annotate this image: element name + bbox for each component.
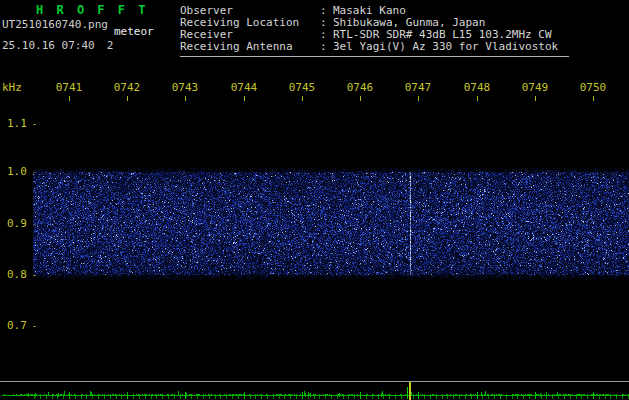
y-tick-label: 0.9 <box>7 218 27 230</box>
signal-level-strip-canvas <box>0 381 629 400</box>
info-value: 3el Yagi(V) Az 330 for Vladivostok <box>333 40 558 53</box>
info-row-antenna: Receiving Antenna:3el Yagi(V) Az 330 for… <box>180 41 558 53</box>
x-tick-label: 0743 <box>172 82 199 94</box>
date-time-value: 25.10.16 07:40 <box>2 39 95 52</box>
app-title: H R O F F T <box>36 4 148 16</box>
y-tick-label: 0.8 <box>7 269 27 281</box>
x-tick-label: 0744 <box>231 82 258 94</box>
station-info-block: Observer:Masaki Kano Receiving Location:… <box>180 5 558 53</box>
x-tick-label: 0745 <box>289 82 316 94</box>
spectrogram-canvas <box>33 96 629 381</box>
info-label: Receiving Antenna <box>180 41 320 53</box>
hrofft-screen: H R O F F T UT2510160740.png meteor 25.1… <box>0 0 629 400</box>
observation-mode-label: meteor <box>114 26 154 38</box>
x-tick-label: 0747 <box>405 82 432 94</box>
x-tick-label: 0748 <box>464 82 491 94</box>
info-colon: : <box>320 41 333 53</box>
output-filename: UT2510160740.png <box>2 19 108 31</box>
y-tick-label: 0.7 <box>7 320 27 332</box>
x-tick-label: 0746 <box>347 82 374 94</box>
x-tick-label: 0750 <box>580 82 607 94</box>
info-underline <box>180 56 569 57</box>
freq-axis-unit-label: kHz <box>2 82 22 94</box>
echo-counter: 2 <box>107 39 114 52</box>
x-tick-label: 0749 <box>522 82 549 94</box>
x-tick-label: 0741 <box>56 82 83 94</box>
x-tick-label: 0742 <box>114 82 141 94</box>
y-tick-label: 1.1 <box>7 118 27 130</box>
datetime-text: 25.10.16 07:402 <box>2 40 113 52</box>
y-tick-label: 1.0 <box>7 166 27 178</box>
